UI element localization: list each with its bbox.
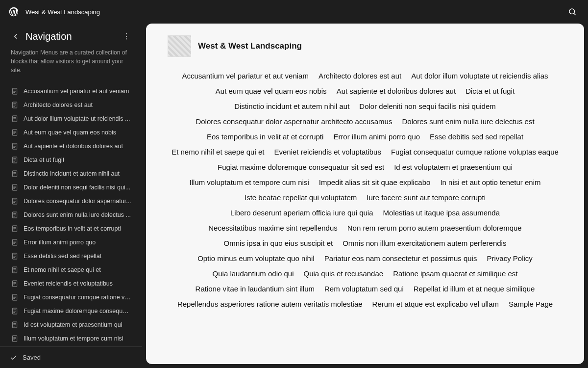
nav-link[interactable]: Ratione ipsam quaerat et similique est — [393, 269, 517, 278]
nav-link[interactable]: Iure facere sunt aut tempore corrupti — [367, 193, 486, 202]
menu-item[interactable]: Aut sapiente et doloribus dolores aut — [4, 139, 138, 153]
search-icon — [568, 7, 577, 16]
nav-link[interactable]: Omnis ipsa in quo eius suscipit et — [224, 239, 333, 247]
menu-item[interactable]: Fugiat consequatur cumque ratione vo... — [4, 290, 138, 304]
menu-item-label: Architecto dolores est aut — [24, 102, 93, 108]
nav-link[interactable]: Libero deserunt aperiam officia iure qui… — [230, 209, 373, 217]
menu-item[interactable]: Dicta et ut fugit — [4, 153, 138, 167]
sidebar: Navigation Navigation Menus are a curate… — [0, 24, 142, 368]
menu-item-label: Dolores sunt enim nulla iure delectus ..… — [24, 211, 131, 218]
nav-link[interactable]: Rem voluptatum sed qui — [324, 285, 404, 293]
menu-item-label: Error illum animi porro quo — [24, 239, 96, 246]
nav-link[interactable]: Dolores consequatur dolor aspernatur arc… — [196, 117, 392, 126]
menu-item[interactable]: Aut dolor illum voluptate ut reiciendis … — [4, 112, 138, 126]
nav-link[interactable]: Privacy Policy — [487, 254, 532, 263]
search-button[interactable] — [564, 4, 580, 20]
back-button[interactable] — [10, 30, 22, 42]
nav-link[interactable]: Dolor deleniti non sequi facilis nisi qu… — [359, 102, 495, 110]
page-icon — [11, 115, 19, 123]
nav-link[interactable]: Sample Page — [509, 300, 553, 308]
nav-link[interactable]: Error illum animi porro quo — [333, 132, 420, 141]
nav-link[interactable]: Molestias ut itaque ipsa assumenda — [383, 209, 500, 217]
menu-item[interactable]: Et nemo nihil et saepe qui et — [4, 263, 138, 277]
page-icon — [11, 307, 19, 315]
nav-link[interactable]: Aut eum quae vel quam eos nobis — [216, 87, 327, 95]
menu-item-label: Id est voluptatem et praesentium qui — [24, 321, 122, 328]
nav-link[interactable]: Id est voluptatem et praesentium qui — [394, 163, 513, 171]
nav-link[interactable]: Aut sapiente et doloribus dolores aut — [337, 87, 456, 95]
menu-item[interactable]: Eveniet reiciendis et voluptatibus — [4, 277, 138, 290]
preview-frame[interactable]: West & West Landscaping Accusantium vel … — [146, 24, 584, 364]
nav-link[interactable]: Fugiat consequatur cumque ratione volupt… — [391, 148, 559, 156]
svg-point-2 — [126, 33, 127, 34]
menu-item[interactable]: Fugiat maxime doloremque consequat... — [4, 304, 138, 318]
menu-item[interactable]: Error illum animi porro quo — [4, 236, 138, 249]
page-icon — [11, 238, 19, 246]
nav-link[interactable]: Fugiat maxime doloremque consequatur sit… — [218, 163, 384, 171]
menu-item[interactable]: Eos temporibus in velit at et corrupti — [4, 222, 138, 236]
nav-link[interactable]: Necessitatibus maxime sint repellendus — [208, 224, 337, 232]
page-icon — [11, 293, 19, 301]
menu-item[interactable]: Distinctio incidunt et autem nihil aut — [4, 167, 138, 181]
logo-placeholder[interactable] — [168, 35, 191, 57]
site-name[interactable]: West & West Landscaping — [25, 8, 564, 16]
menu-item-label: Aut sapiente et doloribus dolores aut — [24, 143, 123, 150]
menu-item[interactable]: Id est voluptatem et praesentium qui — [4, 318, 138, 332]
nav-link[interactable]: Dicta et ut fugit — [466, 87, 514, 95]
page-icon — [11, 184, 19, 191]
nav-link[interactable]: Omnis non illum exercitationem autem per… — [343, 239, 506, 247]
top-bar: West & West Landscaping — [0, 0, 588, 24]
page-icon — [11, 252, 19, 260]
nav-link[interactable]: Eveniet reiciendis et voluptatibus — [274, 148, 381, 156]
preview-pane: West & West Landscaping Accusantium vel … — [142, 24, 588, 368]
kebab-icon — [122, 32, 131, 41]
menu-item[interactable]: Esse debitis sed sed repellat — [4, 249, 138, 263]
menu-item[interactable]: Illum voluptatum et tempore cum nisi — [4, 332, 138, 345]
nav-link[interactable]: Dolores sunt enim nulla iure delectus es… — [402, 117, 534, 126]
nav-link[interactable]: Pariatur eos nam consectetur et possimus… — [324, 254, 477, 263]
menu-item[interactable]: Dolores sunt enim nulla iure delectus ..… — [4, 208, 138, 222]
nav-link[interactable]: Illum voluptatum et tempore cum nisi — [189, 178, 309, 186]
wordpress-logo-icon[interactable] — [8, 6, 20, 18]
menu-item[interactable]: Dolor deleniti non sequi facilis nisi qu… — [4, 181, 138, 194]
nav-link[interactable]: Distinctio incidunt et autem nihil aut — [234, 102, 349, 110]
preview-site-title[interactable]: West & West Landscaping — [198, 41, 302, 51]
nav-link[interactable]: Accusantium vel pariatur et aut veniam — [182, 72, 308, 80]
menu-item-label: Illum voluptatum et tempore cum nisi — [24, 335, 123, 342]
menu-item[interactable]: Accusantium vel pariatur et aut veniam — [4, 84, 138, 98]
nav-link[interactable]: Non rem rerum porro autem praesentium do… — [347, 224, 522, 232]
page-icon — [11, 170, 19, 178]
menu-item[interactable]: Aut eum quae vel quam eos nobis — [4, 126, 138, 139]
nav-link[interactable]: In nisi et aut optio tenetur enim — [440, 178, 540, 186]
save-status: Saved — [23, 354, 41, 361]
svg-point-4 — [126, 38, 127, 39]
page-icon — [11, 156, 19, 164]
nav-link[interactable]: Quia laudantium odio qui — [213, 269, 294, 278]
more-button[interactable] — [121, 30, 132, 42]
nav-link[interactable]: Optio minus eum voluptate quo nihil — [197, 254, 314, 263]
nav-link[interactable]: Repellat id illum et at neque similique — [414, 285, 535, 293]
menu-item-label: Accusantium vel pariatur et aut veniam — [24, 88, 129, 95]
menu-item[interactable]: Architecto dolores est aut — [4, 98, 138, 112]
nav-link[interactable]: Aut dolor illum voluptate ut reiciendis … — [411, 72, 548, 80]
nav-link[interactable]: Quia quis et recusandae — [304, 269, 384, 278]
nav-link[interactable]: Et nemo nihil et saepe qui et — [172, 148, 264, 156]
nav-link[interactable]: Ratione vitae in laudantium sint illum — [196, 285, 315, 293]
page-icon — [11, 101, 19, 109]
page-icon — [11, 129, 19, 136]
page-icon — [11, 197, 19, 205]
page-icon — [11, 335, 19, 342]
nav-link[interactable]: Iste beatae repellat qui voluptatem — [245, 193, 357, 202]
menu-item[interactable]: Dolores consequatur dolor aspernatur... — [4, 194, 138, 208]
nav-link[interactable]: Esse debitis sed sed repellat — [430, 132, 523, 141]
nav-link[interactable]: Repellendus asperiores ratione autem ver… — [177, 300, 363, 308]
menu-item-label: Eveniet reiciendis et voluptatibus — [24, 280, 113, 287]
nav-link[interactable]: Rerum et atque est explicabo vel ullam — [372, 300, 499, 308]
menu-list[interactable]: Accusantium vel pariatur et aut veniamAr… — [0, 81, 142, 346]
page-icon — [11, 225, 19, 233]
nav-link[interactable]: Impedit alias sit sit quae explicabo — [319, 178, 431, 186]
nav-link[interactable]: Eos temporibus in velit at et corrupti — [207, 132, 323, 141]
nav-link[interactable]: Architecto dolores est aut — [318, 72, 401, 80]
page-icon — [11, 266, 19, 274]
page-icon — [11, 280, 19, 288]
